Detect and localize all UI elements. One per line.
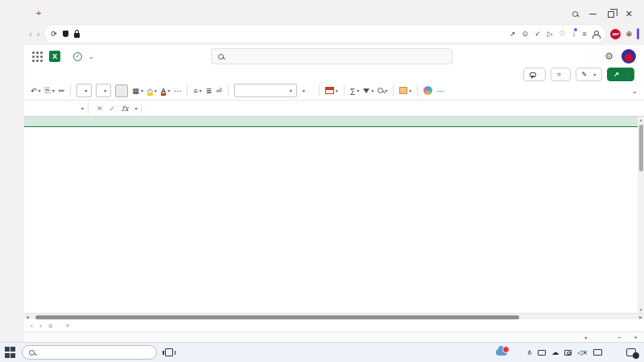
share-icon[interactable]: ↗ <box>510 30 516 38</box>
excel-header: X ✓ ⌄ ⚙ <box>24 45 644 68</box>
volume-muted-icon[interactable]: ◁✕ <box>577 349 588 356</box>
cell-styles-button[interactable]: ▾ <box>399 87 411 94</box>
forward-icon[interactable]: › <box>37 29 40 39</box>
confirm-entry-icon[interactable]: ✓ <box>109 105 116 113</box>
collapse-ribbon-icon[interactable]: ⌄ <box>631 87 638 95</box>
find-button[interactable]: ▾ <box>378 88 387 93</box>
aggregate-menu-icon[interactable]: ▾ <box>584 335 587 340</box>
saved-status-icon[interactable]: ✓ <box>73 52 82 61</box>
comments-button[interactable] <box>523 68 546 81</box>
reload-icon[interactable]: ⟳ <box>51 30 57 38</box>
browser-globe-icon[interactable]: ⊕ <box>625 30 632 38</box>
app-launcher-icon[interactable] <box>32 51 43 62</box>
more-font-options-button[interactable]: ⋯ <box>174 87 181 95</box>
search-icon <box>218 54 224 60</box>
horizontal-scrollbar[interactable]: ◀▶ <box>24 313 644 319</box>
font-name-select[interactable]: ▾ <box>76 84 92 97</box>
wrap-text-button[interactable]: ⏎ <box>216 87 222 95</box>
task-view-icon[interactable] <box>165 348 173 356</box>
alignment-button[interactable]: ≡▾ <box>193 87 201 95</box>
add-sheet-button[interactable]: + <box>65 322 69 330</box>
font-color-button[interactable]: A▾ <box>161 87 171 95</box>
extension-icon[interactable] <box>63 31 68 37</box>
tab-strip: + ✕ <box>24 0 644 23</box>
prev-sheet-icon[interactable]: ‹ <box>31 322 33 330</box>
vertical-scrollbar[interactable]: ▲▼ <box>638 117 644 313</box>
opera-sidebar <box>0 0 24 342</box>
grid-rows <box>24 129 638 314</box>
bold-button[interactable] <box>115 84 128 97</box>
font-size-select[interactable]: ▾ <box>96 84 111 97</box>
ribbon-overflow-button[interactable]: ⋯ <box>436 87 444 95</box>
autosum-button[interactable]: ∑▾ <box>350 87 359 95</box>
editing-mode-button[interactable]: ✎▾ <box>576 68 603 81</box>
excel-logo-icon[interactable]: X <box>49 51 60 62</box>
undo-button[interactable]: ↶▾ <box>31 87 41 95</box>
browser-chrome: + ✕ ‹ › ⟳ ↗ ⊙ ✓ ▷ ♡ <box>24 0 644 45</box>
sort-filter-button[interactable]: ▾ <box>363 88 374 93</box>
taskbar-search[interactable] <box>22 345 157 360</box>
send-icon[interactable]: ▷ <box>547 30 553 38</box>
zoom-out-button[interactable]: − <box>617 334 621 341</box>
url-field[interactable]: ⟳ ↗ ⊙ ✓ ▷ ♡ ↓ ≡ <box>44 25 605 43</box>
windows-taskbar: ∧ ☁ ◁✕ <box>0 342 644 362</box>
format-painter-button[interactable]: ✏ <box>59 87 65 95</box>
close-button[interactable]: ✕ <box>625 10 633 18</box>
adblock-icon[interactable]: ABP <box>610 29 621 39</box>
sheet-menu-icon[interactable]: ≡ <box>48 322 52 330</box>
snapshot-icon[interactable]: ⊙ <box>522 30 529 38</box>
window-controls: ✕ <box>572 10 641 23</box>
desktop: + ✕ ‹ › ⟳ ↗ ⊙ ✓ ▷ ♡ <box>0 0 644 362</box>
profile-icon[interactable] <box>592 31 599 37</box>
hidden-icons-chevron[interactable]: ∧ <box>527 348 533 356</box>
touch-keyboard-icon[interactable] <box>593 349 602 356</box>
settings-gear-icon[interactable]: ⚙ <box>605 51 613 62</box>
account-avatar[interactable] <box>621 49 636 64</box>
next-sheet-icon[interactable]: › <box>39 322 42 330</box>
share-button[interactable]: ↗▾ <box>607 68 634 81</box>
number-format-select[interactable]: ▾ <box>234 84 297 97</box>
sheet-tab-bar: ‹ › ≡ + <box>24 319 644 332</box>
cast-icon[interactable] <box>538 350 546 356</box>
weather-widget[interactable] <box>496 349 514 356</box>
sidebar-toggle[interactable] <box>637 28 639 39</box>
new-tab-button[interactable]: + <box>32 6 45 19</box>
download-icon[interactable]: ↓ <box>572 30 576 38</box>
column-headers <box>24 117 644 127</box>
tab-search-icon[interactable] <box>572 11 578 17</box>
url-actions: ↗ ⊙ ✓ ▷ ♡ ↓ ≡ <box>510 30 599 38</box>
check-icon[interactable]: ✓ <box>535 30 541 38</box>
ribbon-toolbar: ↶▾ ⎘▾ ✏ ▾ ▾ ▦▾ ◇▾ A▾ ⋯ ≡▾ ≣ ⏎ ▾ ▾ ▾ ∑▾ ▾… <box>24 81 644 101</box>
address-bar: ‹ › ⟳ ↗ ⊙ ✓ ▷ ♡ ↓ ≡ ABP ⊕ <box>24 23 644 45</box>
pencil-icon: ✎ <box>582 71 588 78</box>
indent-button[interactable]: ≣ <box>206 87 213 95</box>
review-button[interactable]: ≈ <box>551 68 570 81</box>
excel-app: X ✓ ⌄ ⚙ ≈ ✎▾ ↗▾ ↶▾ ⎘▾ ✏ <box>24 45 644 342</box>
name-box[interactable]: ▾ <box>31 102 89 114</box>
insert-function-icon[interactable]: fx <box>122 105 128 113</box>
borders-button[interactable]: ▦▾ <box>132 87 143 95</box>
system-tray: ∧ ☁ ◁✕ <box>527 348 641 356</box>
title-chevron-icon[interactable]: ⌄ <box>89 53 94 60</box>
formula-bar: ▾ ✕ ✓ fx ▾ <box>24 101 644 117</box>
start-button[interactable] <box>3 345 17 359</box>
reading-list-icon[interactable]: ≡ <box>582 30 586 38</box>
comment-icon <box>530 72 536 77</box>
onedrive-tray-icon[interactable]: ☁ <box>551 348 559 356</box>
format-as-table-button[interactable]: ▾ <box>325 87 338 94</box>
excel-search-box[interactable] <box>211 48 452 64</box>
camera-tray-icon[interactable] <box>564 350 572 356</box>
currency-format-button[interactable]: ▾ <box>301 88 305 93</box>
minimize-button[interactable] <box>589 14 597 15</box>
favorite-icon[interactable]: ♡ <box>559 30 566 38</box>
copilot-icon[interactable] <box>423 86 432 95</box>
action-buttons: ≈ ✎▾ ↗▾ <box>523 68 634 81</box>
cancel-entry-icon[interactable]: ✕ <box>97 105 103 113</box>
zoom-in-button[interactable]: + <box>634 334 638 341</box>
paste-button[interactable]: ⎘▾ <box>45 86 55 95</box>
notification-center-icon[interactable] <box>626 348 636 356</box>
back-icon[interactable]: ‹ <box>29 29 32 39</box>
share-box-icon: ↗ <box>613 71 619 78</box>
restore-button[interactable] <box>608 11 614 18</box>
fill-color-button[interactable]: ◇▾ <box>147 87 157 95</box>
